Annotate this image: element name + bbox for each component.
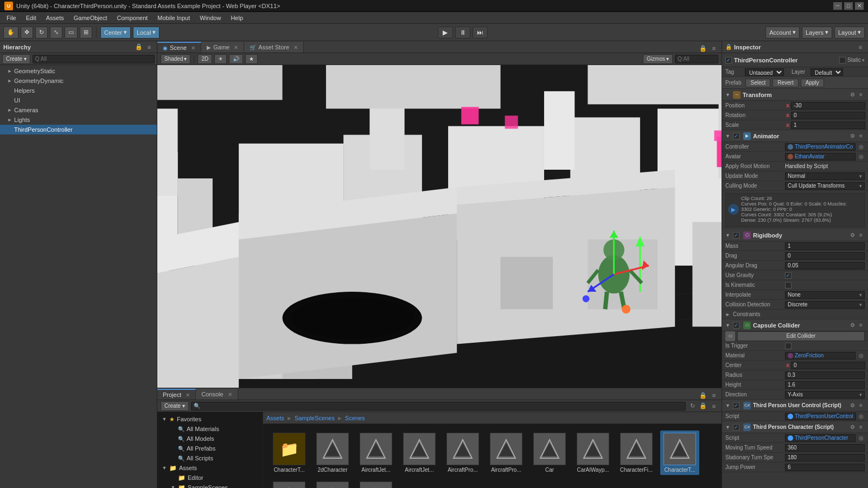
center-pivot-button[interactable]: Center ▾ (100, 27, 131, 38)
avatar-object-field[interactable]: EthanAvatar (785, 153, 856, 160)
console-tab-close[interactable]: ✕ (228, 391, 232, 397)
tree-item-all-scripts[interactable]: 🔍 All Scripts (157, 453, 263, 463)
hierarchy-item-ui[interactable]: UI (0, 95, 157, 105)
asset-item-aircraft-jet-2[interactable]: AircraftJet... (400, 431, 439, 475)
asset-item-character-t-folder[interactable]: 📁 CharacterT... (270, 431, 309, 475)
collision-detection-dropdown[interactable]: Discrete ▾ (785, 301, 865, 309)
transform-menu-button[interactable]: ≡ (857, 91, 865, 99)
hierarchy-item-lights[interactable]: ► Lights (0, 115, 157, 125)
prefab-apply-button[interactable]: Apply (801, 79, 824, 87)
fx-button[interactable]: ★ (245, 54, 258, 64)
constraints-row[interactable]: ► Constraints (722, 310, 868, 319)
mass-input[interactable] (785, 242, 865, 250)
menu-file[interactable]: File (2, 14, 21, 22)
tag-select[interactable]: Untagged (745, 68, 784, 76)
asset-item-character-t-selected[interactable]: CharacterT... (660, 431, 699, 475)
tpuc-script-field[interactable]: ThirdPersonUserControl (785, 413, 856, 420)
tab-console[interactable]: Console ✕ (196, 389, 238, 400)
hierarchy-item-geometry-dynamic[interactable]: ► GeometryDynamic (0, 76, 157, 86)
transform-section-header[interactable]: ▼ ↔ Transform ⚙ ≡ (722, 89, 868, 101)
menu-edit[interactable]: Edit (22, 14, 41, 22)
capsule-collider-active-checkbox[interactable] (733, 322, 739, 329)
tree-item-sample-scenes[interactable]: ▼ 📁 SampleScenes (157, 483, 263, 488)
asset-item-character-fi[interactable]: CharacterFi... (617, 431, 656, 475)
tab-scene[interactable]: ◉ Scene ✕ (157, 42, 201, 53)
account-button[interactable]: Account ▾ (765, 27, 800, 38)
tpc-script-field[interactable]: ThirdPersonCharacter (785, 434, 856, 442)
asset-item-car[interactable]: Car (530, 431, 569, 475)
lighting-button[interactable]: ☀ (214, 54, 227, 64)
close-button[interactable]: ✕ (855, 2, 864, 10)
scene-lock-button[interactable]: 🔒 (699, 44, 707, 53)
gizmos-button[interactable]: Gizmos ▾ (643, 54, 673, 64)
scale-x-input[interactable] (791, 121, 865, 129)
layers-button[interactable]: Layers ▾ (802, 27, 832, 38)
scale-tool-button[interactable]: ⤡ (50, 27, 62, 38)
is-trigger-checkbox[interactable] (785, 343, 792, 349)
direction-dropdown[interactable]: Y-Axis ▾ (785, 391, 865, 399)
stationary-turn-speed-input[interactable] (785, 454, 865, 461)
mode-2d-button[interactable]: 2D (197, 54, 212, 64)
angular-drag-input[interactable] (785, 262, 865, 269)
culling-mode-dropdown[interactable]: Cull Update Transforms ▾ (785, 182, 865, 190)
rigidbody-menu-button[interactable]: ≡ (857, 232, 865, 239)
position-x-input[interactable] (791, 102, 865, 110)
menu-gameobject[interactable]: GameObject (69, 14, 112, 22)
update-mode-dropdown[interactable]: Normal ▾ (785, 172, 865, 180)
jump-power-input[interactable] (785, 464, 865, 471)
step-button[interactable]: ⏭ (473, 27, 488, 38)
tpc-script-select[interactable]: ◎ (857, 434, 865, 442)
third-person-user-control-section[interactable]: ▼ C# Third Person User Control (Script) … (722, 400, 868, 412)
transform-tool-button[interactable]: ⊞ (80, 27, 92, 38)
center-x-input[interactable] (791, 362, 865, 369)
asset-item-particles[interactable]: Particles (313, 479, 352, 488)
pause-button[interactable]: ⏸ (455, 27, 470, 38)
rect-tool-button[interactable]: ▭ (65, 27, 78, 38)
tree-item-all-prefabs[interactable]: 🔍 All Prefabs (157, 444, 263, 453)
play-button[interactable]: ▶ (438, 27, 453, 38)
gameobject-active-checkbox[interactable] (725, 57, 732, 63)
tpc-active-checkbox[interactable] (733, 424, 739, 431)
maximize-button[interactable]: □ (844, 2, 853, 10)
controller-select-button[interactable]: ◎ (857, 143, 865, 151)
asset-item-2d-character[interactable]: 2dCharacter (313, 431, 352, 475)
breadcrumb-scenes[interactable]: Scenes (345, 415, 365, 421)
assets-search-input[interactable] (191, 402, 686, 410)
capsule-collider-section-header[interactable]: ▼ ⬭ Capsule Collider ⚙ ≡ (722, 319, 868, 331)
rigidbody-settings-button[interactable]: ⚙ (848, 232, 856, 239)
menu-help[interactable]: Help (226, 14, 247, 22)
asset-item-car-ai-wayp[interactable]: CarAIWayp... (573, 431, 612, 475)
animator-active-checkbox[interactable] (733, 133, 739, 139)
rotate-tool-button[interactable]: ↻ (35, 27, 48, 38)
inspector-menu-button[interactable]: ≡ (856, 43, 865, 52)
edit-collider-button[interactable]: Edit Collider (737, 331, 865, 341)
project-tab-close[interactable]: ✕ (186, 392, 190, 398)
hierarchy-search-input[interactable] (33, 55, 155, 63)
height-input[interactable] (785, 381, 865, 389)
avatar-select-button[interactable]: ◎ (857, 153, 865, 160)
move-tool-button[interactable]: ✥ (21, 27, 33, 38)
tab-asset-store[interactable]: 🛒 Asset Store ✕ (244, 42, 304, 53)
assets-lock-button[interactable]: 🔒 (699, 402, 707, 410)
shading-mode-button[interactable]: Shaded ▾ (161, 54, 190, 64)
audio-button[interactable]: 🔊 (229, 54, 243, 64)
tpc-settings-button[interactable]: ⚙ (848, 423, 856, 431)
hierarchy-item-third-person-controller[interactable]: ThirdPersonController (0, 125, 157, 134)
material-select-button[interactable]: ◎ (857, 352, 865, 359)
capsule-collider-menu-button[interactable]: ≡ (857, 322, 865, 329)
asset-item-roller-ball[interactable]: RollerBall (356, 479, 395, 488)
asset-item-aircraft-pro-2[interactable]: AircraftPro... (487, 431, 526, 475)
asset-item-aircraft-jet-1[interactable]: AircraftJet... (356, 431, 395, 475)
tree-item-editor[interactable]: 📁 Editor (157, 473, 263, 483)
tpuc-menu-button[interactable]: ≡ (857, 402, 865, 409)
asset-store-close[interactable]: ✕ (293, 44, 298, 50)
transform-settings-button[interactable]: ⚙ (848, 91, 856, 99)
rotation-x-input[interactable] (791, 112, 865, 119)
tpuc-active-checkbox[interactable] (733, 402, 739, 409)
asset-item-character-t-2[interactable]: CharacterT... (270, 479, 309, 488)
hierarchy-menu-button[interactable]: ≡ (145, 43, 154, 52)
third-person-character-section[interactable]: ▼ C# Third Person Character (Script) ⚙ ≡ (722, 421, 868, 433)
tree-item-all-materials[interactable]: 🔍 All Materials (157, 424, 263, 434)
scene-tab-close[interactable]: ✕ (191, 45, 195, 51)
scene-search-input[interactable] (675, 55, 718, 63)
